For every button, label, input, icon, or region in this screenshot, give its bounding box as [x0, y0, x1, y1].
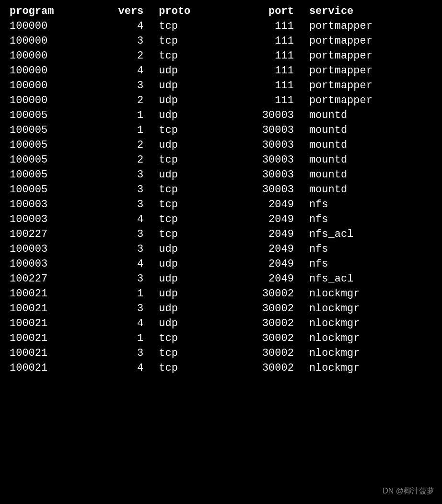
cell-program: 100005: [6, 167, 102, 182]
cell-proto: tcp: [149, 227, 218, 242]
cell-vers: 4: [102, 257, 150, 271]
cell-service: nfs_acl: [300, 227, 436, 242]
table-row: 1000003udp111portmapper: [6, 78, 436, 93]
cell-vers: 3: [102, 78, 150, 93]
cell-proto: udp: [149, 167, 218, 182]
table-row: 1000052tcp30003mountd: [6, 152, 436, 167]
cell-proto: udp: [149, 78, 218, 93]
cell-service: portmapper: [300, 19, 436, 34]
cell-program: 100003: [6, 242, 102, 257]
cell-service: portmapper: [300, 78, 436, 93]
table-row: 1000002udp111portmapper: [6, 93, 436, 108]
cell-program: 100005: [6, 152, 102, 167]
cell-proto: udp: [149, 108, 218, 123]
cell-port: 111: [218, 63, 300, 78]
cell-proto: tcp: [149, 123, 218, 138]
cell-program: 100021: [6, 316, 102, 331]
cell-program: 100227: [6, 271, 102, 286]
cell-vers: 4: [102, 316, 150, 331]
cell-port: 2049: [218, 212, 300, 227]
col-header-service: service: [300, 4, 436, 19]
cell-vers: 3: [102, 346, 150, 361]
table-row: 1000004udp111portmapper: [6, 63, 436, 78]
cell-service: mountd: [300, 167, 436, 182]
cell-vers: 3: [102, 301, 150, 316]
table-row: 1000003tcp111portmapper: [6, 34, 436, 48]
cell-program: 100005: [6, 123, 102, 138]
table-row: 1002273tcp2049nfs_acl: [6, 227, 436, 242]
table-row: 1000033tcp2049nfs: [6, 197, 436, 212]
table-row: 1000033udp2049nfs: [6, 242, 436, 257]
cell-port: 111: [218, 34, 300, 48]
col-header-vers: vers: [102, 4, 150, 19]
cell-port: 30003: [218, 123, 300, 138]
cell-proto: udp: [149, 93, 218, 108]
cell-vers: 1: [102, 108, 150, 123]
table-row: 1000053udp30003mountd: [6, 167, 436, 182]
cell-vers: 3: [102, 197, 150, 212]
cell-program: 100003: [6, 257, 102, 271]
cell-service: mountd: [300, 182, 436, 197]
cell-service: nlockmgr: [300, 361, 436, 375]
table-row: 1000214udp30002nlockmgr: [6, 316, 436, 331]
cell-proto: udp: [149, 271, 218, 286]
cell-proto: tcp: [149, 331, 218, 346]
cell-vers: 3: [102, 227, 150, 242]
cell-program: 100021: [6, 286, 102, 301]
cell-proto: tcp: [149, 361, 218, 375]
cell-proto: tcp: [149, 34, 218, 48]
table-row: 1000053tcp30003mountd: [6, 182, 436, 197]
cell-vers: 2: [102, 152, 150, 167]
cell-program: 100000: [6, 78, 102, 93]
table-row: 1000211udp30002nlockmgr: [6, 286, 436, 301]
cell-proto: tcp: [149, 152, 218, 167]
cell-vers: 4: [102, 212, 150, 227]
cell-port: 2049: [218, 271, 300, 286]
cell-program: 100227: [6, 227, 102, 242]
table-row: 1000034udp2049nfs: [6, 257, 436, 271]
col-header-port: port: [218, 4, 300, 19]
cell-service: nfs: [300, 197, 436, 212]
cell-service: mountd: [300, 123, 436, 138]
cell-proto: tcp: [149, 212, 218, 227]
cell-port: 30003: [218, 152, 300, 167]
cell-proto: udp: [149, 316, 218, 331]
cell-service: portmapper: [300, 48, 436, 63]
cell-program: 100000: [6, 19, 102, 34]
cell-vers: 2: [102, 138, 150, 152]
cell-service: portmapper: [300, 93, 436, 108]
cell-service: nfs: [300, 212, 436, 227]
cell-program: 100005: [6, 182, 102, 197]
cell-vers: 3: [102, 271, 150, 286]
watermark: DN @椰汁菠萝: [383, 486, 434, 496]
col-header-proto: proto: [149, 4, 218, 19]
table-row: 1000034tcp2049nfs: [6, 212, 436, 227]
cell-proto: udp: [149, 257, 218, 271]
cell-proto: tcp: [149, 48, 218, 63]
cell-port: 30002: [218, 331, 300, 346]
table-row: 1000213udp30002nlockmgr: [6, 301, 436, 316]
cell-program: 100005: [6, 108, 102, 123]
table-row: 1002273udp2049nfs_acl: [6, 271, 436, 286]
table-row: 1000211tcp30002nlockmgr: [6, 331, 436, 346]
cell-proto: tcp: [149, 19, 218, 34]
cell-program: 100003: [6, 197, 102, 212]
cell-proto: udp: [149, 286, 218, 301]
table-row: 1000213tcp30002nlockmgr: [6, 346, 436, 361]
table-row: 1000002tcp111portmapper: [6, 48, 436, 63]
cell-port: 111: [218, 78, 300, 93]
cell-service: portmapper: [300, 34, 436, 48]
cell-vers: 1: [102, 286, 150, 301]
cell-service: nlockmgr: [300, 301, 436, 316]
cell-proto: udp: [149, 63, 218, 78]
cell-vers: 3: [102, 182, 150, 197]
cell-port: 111: [218, 93, 300, 108]
table-row: 1000214tcp30002nlockmgr: [6, 361, 436, 375]
cell-program: 100021: [6, 361, 102, 375]
cell-service: nfs_acl: [300, 271, 436, 286]
cell-program: 100005: [6, 138, 102, 152]
cell-proto: udp: [149, 242, 218, 257]
rpc-table: program vers proto port service 1000004t…: [6, 4, 436, 375]
cell-vers: 2: [102, 93, 150, 108]
cell-service: nfs: [300, 242, 436, 257]
